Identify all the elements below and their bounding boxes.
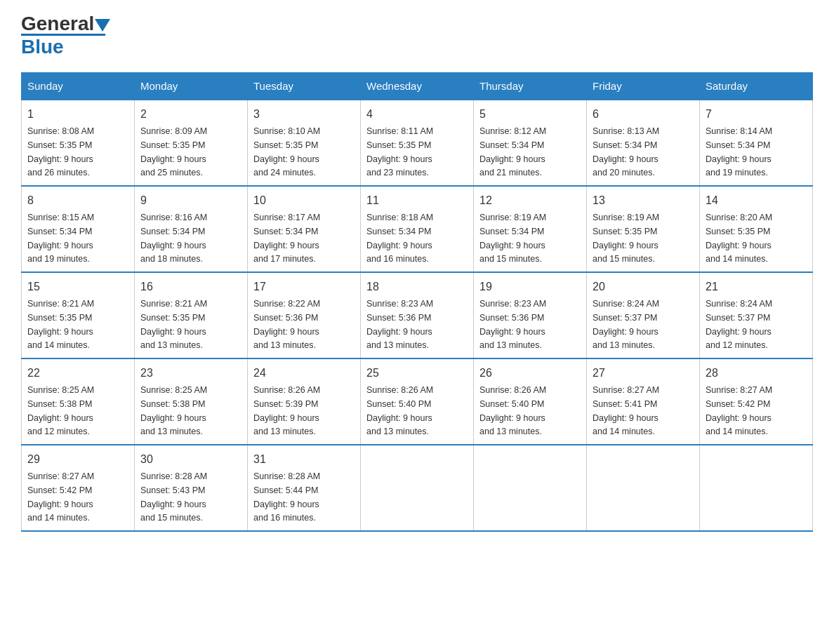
calendar-cell: 3Sunrise: 8:10 AMSunset: 5:35 PMDaylight… (248, 100, 361, 186)
day-info: Sunrise: 8:26 AMSunset: 5:40 PMDaylight:… (366, 385, 433, 436)
calendar-cell: 17Sunrise: 8:22 AMSunset: 5:36 PMDayligh… (248, 272, 361, 358)
calendar-week-row: 8Sunrise: 8:15 AMSunset: 5:34 PMDaylight… (22, 186, 813, 272)
day-info: Sunrise: 8:19 AMSunset: 5:35 PMDaylight:… (593, 213, 659, 264)
col-header-thursday: Thursday (474, 73, 587, 100)
day-info: Sunrise: 8:26 AMSunset: 5:40 PMDaylight:… (479, 385, 546, 436)
calendar-table: SundayMondayTuesdayWednesdayThursdayFrid… (21, 72, 813, 532)
day-info: Sunrise: 8:12 AMSunset: 5:34 PMDaylight:… (479, 126, 546, 177)
day-info: Sunrise: 8:15 AMSunset: 5:34 PMDaylight:… (27, 213, 94, 264)
logo-text: General (21, 14, 110, 34)
day-info: Sunrise: 8:25 AMSunset: 5:38 PMDaylight:… (140, 385, 207, 436)
day-info: Sunrise: 8:13 AMSunset: 5:34 PMDaylight:… (593, 126, 659, 177)
day-number: 31 (253, 451, 355, 468)
calendar-cell: 29Sunrise: 8:27 AMSunset: 5:42 PMDayligh… (22, 445, 135, 531)
calendar-cell: 11Sunrise: 8:18 AMSunset: 5:34 PMDayligh… (361, 186, 474, 272)
calendar-cell: 5Sunrise: 8:12 AMSunset: 5:34 PMDaylight… (474, 100, 587, 186)
day-number: 13 (593, 192, 694, 209)
calendar-cell: 6Sunrise: 8:13 AMSunset: 5:34 PMDaylight… (587, 100, 700, 186)
calendar-cell: 19Sunrise: 8:23 AMSunset: 5:36 PMDayligh… (474, 272, 587, 358)
day-number: 25 (366, 365, 468, 382)
day-info: Sunrise: 8:11 AMSunset: 5:35 PMDaylight:… (366, 126, 433, 177)
col-header-wednesday: Wednesday (361, 73, 474, 100)
calendar-cell: 24Sunrise: 8:26 AMSunset: 5:39 PMDayligh… (248, 358, 361, 445)
day-info: Sunrise: 8:28 AMSunset: 5:44 PMDaylight:… (253, 471, 320, 523)
day-info: Sunrise: 8:23 AMSunset: 5:36 PMDaylight:… (479, 299, 546, 350)
calendar-cell: 15Sunrise: 8:21 AMSunset: 5:35 PMDayligh… (22, 272, 135, 358)
day-number: 24 (253, 365, 355, 382)
day-info: Sunrise: 8:18 AMSunset: 5:34 PMDaylight:… (366, 213, 433, 264)
day-number: 7 (706, 106, 807, 123)
day-info: Sunrise: 8:16 AMSunset: 5:34 PMDaylight:… (140, 213, 207, 264)
calendar-cell: 8Sunrise: 8:15 AMSunset: 5:34 PMDaylight… (22, 186, 135, 272)
calendar-cell: 20Sunrise: 8:24 AMSunset: 5:37 PMDayligh… (587, 272, 700, 358)
day-number: 23 (140, 365, 241, 382)
day-number: 10 (253, 192, 355, 209)
day-info: Sunrise: 8:19 AMSunset: 5:34 PMDaylight:… (479, 213, 546, 264)
calendar-cell: 28Sunrise: 8:27 AMSunset: 5:42 PMDayligh… (700, 358, 813, 445)
day-number: 8 (27, 192, 128, 209)
day-info: Sunrise: 8:27 AMSunset: 5:42 PMDaylight:… (27, 471, 94, 523)
day-info: Sunrise: 8:22 AMSunset: 5:36 PMDaylight:… (253, 299, 320, 350)
col-header-tuesday: Tuesday (248, 73, 361, 100)
calendar-cell: 18Sunrise: 8:23 AMSunset: 5:36 PMDayligh… (361, 272, 474, 358)
day-number: 5 (479, 106, 581, 123)
day-number: 12 (479, 192, 581, 209)
col-header-sunday: Sunday (22, 73, 135, 100)
calendar-cell: 7Sunrise: 8:14 AMSunset: 5:34 PMDaylight… (700, 100, 813, 186)
calendar-cell: 13Sunrise: 8:19 AMSunset: 5:35 PMDayligh… (587, 186, 700, 272)
day-number: 22 (27, 365, 128, 382)
calendar-cell: 4Sunrise: 8:11 AMSunset: 5:35 PMDaylight… (361, 100, 474, 186)
col-header-friday: Friday (587, 73, 700, 100)
day-info: Sunrise: 8:20 AMSunset: 5:35 PMDaylight:… (706, 213, 772, 264)
day-info: Sunrise: 8:14 AMSunset: 5:34 PMDaylight:… (706, 126, 772, 177)
calendar-cell: 30Sunrise: 8:28 AMSunset: 5:43 PMDayligh… (135, 445, 248, 531)
day-number: 20 (593, 279, 694, 295)
calendar-cell: 10Sunrise: 8:17 AMSunset: 5:34 PMDayligh… (248, 186, 361, 272)
day-info: Sunrise: 8:09 AMSunset: 5:35 PMDaylight:… (140, 126, 207, 177)
day-number: 21 (706, 279, 807, 295)
day-info: Sunrise: 8:24 AMSunset: 5:37 PMDaylight:… (706, 299, 772, 350)
day-info: Sunrise: 8:28 AMSunset: 5:43 PMDaylight:… (140, 471, 207, 523)
col-header-monday: Monday (135, 73, 248, 100)
day-info: Sunrise: 8:26 AMSunset: 5:39 PMDaylight:… (253, 385, 320, 436)
day-number: 26 (479, 365, 581, 382)
calendar-cell: 23Sunrise: 8:25 AMSunset: 5:38 PMDayligh… (135, 358, 248, 445)
calendar-cell: 12Sunrise: 8:19 AMSunset: 5:34 PMDayligh… (474, 186, 587, 272)
svg-marker-0 (95, 19, 110, 32)
calendar-week-row: 22Sunrise: 8:25 AMSunset: 5:38 PMDayligh… (22, 358, 813, 445)
day-info: Sunrise: 8:24 AMSunset: 5:37 PMDaylight:… (593, 299, 659, 350)
day-number: 30 (140, 451, 241, 468)
logo-blue: Blue (21, 36, 64, 58)
day-info: Sunrise: 8:27 AMSunset: 5:41 PMDaylight:… (593, 385, 659, 436)
day-number: 29 (27, 451, 128, 468)
calendar-cell: 2Sunrise: 8:09 AMSunset: 5:35 PMDaylight… (135, 100, 248, 186)
day-info: Sunrise: 8:21 AMSunset: 5:35 PMDaylight:… (140, 299, 207, 350)
day-number: 27 (593, 365, 694, 382)
calendar-cell (361, 445, 474, 531)
day-info: Sunrise: 8:08 AMSunset: 5:35 PMDaylight:… (27, 126, 94, 177)
calendar-cell (474, 445, 587, 531)
page-header: General Blue (21, 14, 813, 58)
day-number: 9 (140, 192, 241, 209)
calendar-cell: 14Sunrise: 8:20 AMSunset: 5:35 PMDayligh… (700, 186, 813, 272)
calendar-cell (700, 445, 813, 531)
col-header-saturday: Saturday (700, 73, 813, 100)
calendar-cell: 26Sunrise: 8:26 AMSunset: 5:40 PMDayligh… (474, 358, 587, 445)
day-number: 3 (253, 106, 355, 123)
day-number: 2 (140, 106, 241, 123)
calendar-cell: 21Sunrise: 8:24 AMSunset: 5:37 PMDayligh… (700, 272, 813, 358)
calendar-header-row: SundayMondayTuesdayWednesdayThursdayFrid… (22, 73, 813, 100)
day-info: Sunrise: 8:27 AMSunset: 5:42 PMDaylight:… (706, 385, 772, 436)
calendar-cell (587, 445, 700, 531)
day-number: 18 (366, 279, 468, 295)
day-info: Sunrise: 8:17 AMSunset: 5:34 PMDaylight:… (253, 213, 320, 264)
calendar-week-row: 1Sunrise: 8:08 AMSunset: 5:35 PMDaylight… (22, 100, 813, 186)
day-number: 14 (706, 192, 807, 209)
calendar-cell: 1Sunrise: 8:08 AMSunset: 5:35 PMDaylight… (22, 100, 135, 186)
calendar-cell: 25Sunrise: 8:26 AMSunset: 5:40 PMDayligh… (361, 358, 474, 445)
day-info: Sunrise: 8:25 AMSunset: 5:38 PMDaylight:… (27, 385, 94, 436)
day-number: 16 (140, 279, 241, 295)
calendar-cell: 27Sunrise: 8:27 AMSunset: 5:41 PMDayligh… (587, 358, 700, 445)
day-number: 4 (366, 106, 468, 123)
calendar-cell: 22Sunrise: 8:25 AMSunset: 5:38 PMDayligh… (22, 358, 135, 445)
